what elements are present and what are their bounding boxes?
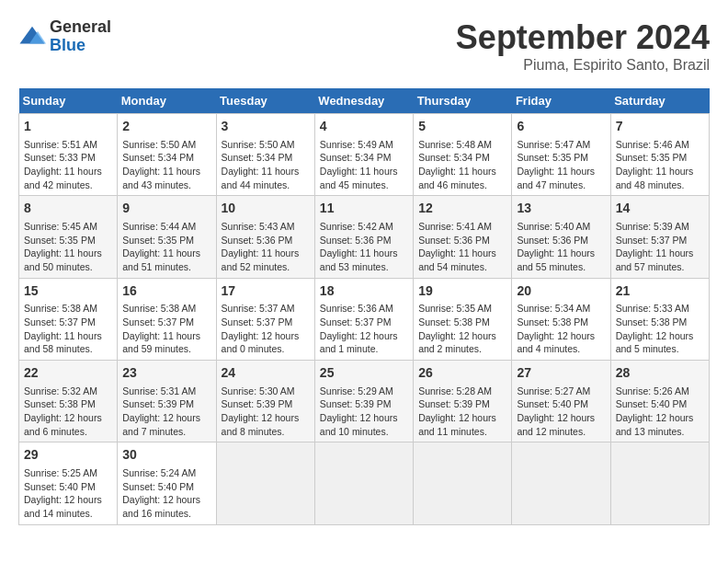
day-number: 12 [418, 200, 506, 218]
table-row: 30 Sunrise: 5:24 AM Sunset: 5:40 PM Dayl… [118, 442, 216, 524]
logo-text: General Blue [50, 18, 111, 55]
table-row: 14 Sunrise: 5:39 AM Sunset: 5:37 PM Dayl… [610, 196, 709, 278]
table-row: 2 Sunrise: 5:50 AM Sunset: 5:34 PM Dayli… [118, 114, 216, 196]
calendar-table: Sunday Monday Tuesday Wednesday Thursday… [18, 88, 710, 525]
col-thursday: Thursday [414, 88, 512, 114]
table-row [314, 442, 413, 524]
table-row: 12 Sunrise: 5:41 AM Sunset: 5:36 PM Dayl… [414, 196, 512, 278]
cell-info: Sunrise: 5:50 AM Sunset: 5:34 PM Dayligh… [222, 138, 310, 192]
table-row: 18 Sunrise: 5:36 AM Sunset: 5:37 PM Dayl… [314, 278, 413, 360]
table-row: 16 Sunrise: 5:38 AM Sunset: 5:37 PM Dayl… [118, 278, 216, 360]
cell-info: Sunrise: 5:33 AM Sunset: 5:38 PM Dayligh… [616, 302, 704, 356]
cell-info: Sunrise: 5:32 AM Sunset: 5:38 PM Dayligh… [24, 385, 112, 439]
day-number: 26 [418, 364, 506, 383]
table-row [512, 442, 610, 524]
table-row: 29 Sunrise: 5:25 AM Sunset: 5:40 PM Dayl… [19, 442, 118, 524]
table-row: 28 Sunrise: 5:26 AM Sunset: 5:40 PM Dayl… [610, 361, 709, 442]
day-number: 15 [24, 282, 112, 301]
cell-info: Sunrise: 5:45 AM Sunset: 5:35 PM Dayligh… [24, 220, 112, 274]
day-number: 2 [122, 118, 210, 136]
cell-info: Sunrise: 5:38 AM Sunset: 5:37 PM Dayligh… [122, 302, 210, 356]
table-row: 26 Sunrise: 5:28 AM Sunset: 5:39 PM Dayl… [414, 361, 512, 442]
table-row: 27 Sunrise: 5:27 AM Sunset: 5:40 PM Dayl… [512, 361, 610, 442]
calendar-week-1: 1 Sunrise: 5:51 AM Sunset: 5:33 PM Dayli… [19, 114, 710, 196]
table-row: 15 Sunrise: 5:38 AM Sunset: 5:37 PM Dayl… [19, 278, 118, 360]
col-wednesday: Wednesday [314, 88, 413, 114]
cell-info: Sunrise: 5:43 AM Sunset: 5:36 PM Dayligh… [222, 220, 310, 274]
cell-info: Sunrise: 5:37 AM Sunset: 5:37 PM Dayligh… [222, 302, 310, 356]
table-row: 20 Sunrise: 5:34 AM Sunset: 5:38 PM Dayl… [512, 278, 610, 360]
table-row: 11 Sunrise: 5:42 AM Sunset: 5:36 PM Dayl… [314, 196, 413, 278]
cell-info: Sunrise: 5:24 AM Sunset: 5:40 PM Dayligh… [122, 466, 210, 521]
day-number: 27 [517, 364, 605, 383]
cell-info: Sunrise: 5:51 AM Sunset: 5:33 PM Dayligh… [24, 138, 112, 192]
location-subtitle: Piuma, Espirito Santo, Brazil [456, 57, 710, 74]
cell-info: Sunrise: 5:49 AM Sunset: 5:34 PM Dayligh… [320, 138, 408, 192]
day-number: 18 [320, 282, 408, 301]
cell-info: Sunrise: 5:47 AM Sunset: 5:35 PM Dayligh… [517, 138, 605, 192]
cell-info: Sunrise: 5:44 AM Sunset: 5:35 PM Dayligh… [122, 220, 210, 274]
calendar-week-2: 8 Sunrise: 5:45 AM Sunset: 5:35 PM Dayli… [19, 196, 710, 278]
table-row: 6 Sunrise: 5:47 AM Sunset: 5:35 PM Dayli… [512, 114, 610, 196]
cell-info: Sunrise: 5:25 AM Sunset: 5:40 PM Dayligh… [24, 466, 112, 521]
day-number: 17 [222, 282, 310, 301]
table-row: 17 Sunrise: 5:37 AM Sunset: 5:37 PM Dayl… [216, 278, 314, 360]
table-row: 23 Sunrise: 5:31 AM Sunset: 5:39 PM Dayl… [118, 361, 216, 442]
day-number: 10 [222, 200, 310, 218]
cell-info: Sunrise: 5:34 AM Sunset: 5:38 PM Dayligh… [517, 302, 605, 356]
table-row: 19 Sunrise: 5:35 AM Sunset: 5:38 PM Dayl… [414, 278, 512, 360]
day-number: 20 [517, 282, 605, 301]
col-tuesday: Tuesday [216, 88, 314, 114]
day-number: 1 [24, 118, 112, 136]
logo: General Blue [18, 18, 111, 55]
cell-info: Sunrise: 5:35 AM Sunset: 5:38 PM Dayligh… [418, 302, 506, 356]
day-number: 9 [122, 200, 210, 218]
table-row: 22 Sunrise: 5:32 AM Sunset: 5:38 PM Dayl… [19, 361, 118, 442]
cell-info: Sunrise: 5:28 AM Sunset: 5:39 PM Dayligh… [418, 385, 506, 439]
cell-info: Sunrise: 5:30 AM Sunset: 5:39 PM Dayligh… [222, 385, 310, 439]
day-number: 21 [616, 282, 704, 301]
day-number: 7 [616, 118, 704, 136]
table-row: 10 Sunrise: 5:43 AM Sunset: 5:36 PM Dayl… [216, 196, 314, 278]
table-row: 3 Sunrise: 5:50 AM Sunset: 5:34 PM Dayli… [216, 114, 314, 196]
table-row [216, 442, 314, 524]
day-number: 24 [222, 364, 310, 383]
table-row: 25 Sunrise: 5:29 AM Sunset: 5:39 PM Dayl… [314, 361, 413, 442]
col-monday: Monday [118, 88, 216, 114]
logo-icon [18, 23, 46, 51]
cell-info: Sunrise: 5:29 AM Sunset: 5:39 PM Dayligh… [320, 385, 408, 439]
day-number: 14 [616, 200, 704, 218]
table-row: 9 Sunrise: 5:44 AM Sunset: 5:35 PM Dayli… [118, 196, 216, 278]
page-header: General Blue September 2024 Piuma, Espir… [18, 18, 710, 74]
day-number: 6 [517, 118, 605, 136]
table-row [610, 442, 709, 524]
cell-info: Sunrise: 5:40 AM Sunset: 5:36 PM Dayligh… [517, 220, 605, 274]
month-title: September 2024 [456, 18, 710, 57]
table-row: 13 Sunrise: 5:40 AM Sunset: 5:36 PM Dayl… [512, 196, 610, 278]
table-row: 24 Sunrise: 5:30 AM Sunset: 5:39 PM Dayl… [216, 361, 314, 442]
day-number: 19 [418, 282, 506, 301]
table-row: 4 Sunrise: 5:49 AM Sunset: 5:34 PM Dayli… [314, 114, 413, 196]
table-row: 1 Sunrise: 5:51 AM Sunset: 5:33 PM Dayli… [19, 114, 118, 196]
cell-info: Sunrise: 5:50 AM Sunset: 5:34 PM Dayligh… [122, 138, 210, 192]
cell-info: Sunrise: 5:38 AM Sunset: 5:37 PM Dayligh… [24, 302, 112, 356]
day-number: 22 [24, 364, 112, 383]
calendar-week-4: 22 Sunrise: 5:32 AM Sunset: 5:38 PM Dayl… [19, 361, 710, 442]
cell-info: Sunrise: 5:41 AM Sunset: 5:36 PM Dayligh… [418, 220, 506, 274]
table-row: 7 Sunrise: 5:46 AM Sunset: 5:35 PM Dayli… [610, 114, 709, 196]
logo-blue: Blue [50, 37, 111, 55]
cell-info: Sunrise: 5:26 AM Sunset: 5:40 PM Dayligh… [616, 385, 704, 439]
day-number: 30 [122, 446, 210, 465]
cell-info: Sunrise: 5:42 AM Sunset: 5:36 PM Dayligh… [320, 220, 408, 274]
table-row [414, 442, 512, 524]
logo-general: General [50, 18, 111, 37]
col-sunday: Sunday [19, 88, 118, 114]
cell-info: Sunrise: 5:39 AM Sunset: 5:37 PM Dayligh… [616, 220, 704, 274]
day-number: 4 [320, 118, 408, 136]
day-number: 11 [320, 200, 408, 218]
table-row: 5 Sunrise: 5:48 AM Sunset: 5:34 PM Dayli… [414, 114, 512, 196]
day-number: 29 [24, 446, 112, 465]
table-row: 8 Sunrise: 5:45 AM Sunset: 5:35 PM Dayli… [19, 196, 118, 278]
col-saturday: Saturday [610, 88, 709, 114]
day-number: 28 [616, 364, 704, 383]
